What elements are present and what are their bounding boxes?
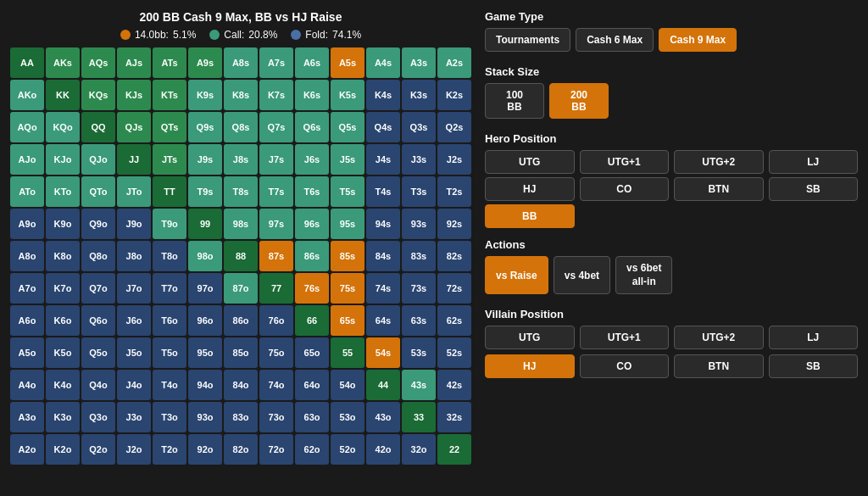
hand-cell[interactable]: 52s: [437, 337, 471, 368]
hand-cell[interactable]: 32s: [437, 402, 471, 432]
hand-cell[interactable]: K9s: [188, 80, 222, 110]
hand-cell[interactable]: KTo: [46, 176, 80, 207]
hand-cell[interactable]: Q3o: [81, 402, 115, 432]
hand-cell[interactable]: J2o: [117, 434, 151, 465]
hand-cell[interactable]: 72s: [437, 273, 471, 304]
hand-cell[interactable]: K3o: [46, 402, 80, 432]
hand-cell[interactable]: A3s: [402, 47, 436, 78]
hand-cell[interactable]: J6o: [117, 305, 151, 336]
hand-cell[interactable]: JTs: [153, 144, 186, 175]
hand-cell[interactable]: 86o: [224, 305, 258, 336]
hand-cell[interactable]: T9s: [188, 176, 222, 207]
hand-cell[interactable]: T4s: [366, 176, 400, 207]
btn-vs-4bet[interactable]: vs 4bet: [554, 256, 610, 294]
hand-cell[interactable]: J8o: [117, 241, 151, 271]
btn-cash9max[interactable]: Cash 9 Max: [659, 28, 737, 52]
hand-cell[interactable]: J2s: [437, 144, 471, 175]
hand-cell[interactable]: T3o: [153, 402, 186, 432]
hand-cell[interactable]: A9o: [10, 209, 44, 239]
hand-cell[interactable]: 44: [366, 370, 400, 400]
hand-cell[interactable]: 75s: [331, 273, 364, 304]
hand-cell[interactable]: A7s: [259, 47, 293, 78]
hand-cell[interactable]: Q5s: [331, 112, 364, 142]
hand-cell[interactable]: A2o: [10, 434, 44, 465]
hand-cell[interactable]: T7o: [153, 273, 186, 304]
hand-cell[interactable]: 32o: [402, 434, 436, 465]
hand-cell[interactable]: QQ: [81, 112, 115, 142]
hand-cell[interactable]: T8o: [153, 241, 186, 271]
hand-cell[interactable]: 96o: [188, 305, 222, 336]
btn-hero-btn[interactable]: BTN: [674, 177, 764, 201]
hand-cell[interactable]: AKo: [10, 80, 44, 110]
hand-cell[interactable]: 76o: [259, 305, 293, 336]
hand-cell[interactable]: T8s: [224, 176, 258, 207]
hand-cell[interactable]: KJs: [117, 80, 151, 110]
btn-villain-hj[interactable]: HJ: [485, 354, 575, 378]
hand-cell[interactable]: A9s: [188, 47, 222, 78]
hand-cell[interactable]: 99: [188, 209, 222, 239]
hand-cell[interactable]: 43o: [366, 402, 400, 432]
hand-cell[interactable]: KJo: [46, 144, 80, 175]
hand-cell[interactable]: 98s: [224, 209, 258, 239]
hand-cell[interactable]: 54o: [331, 370, 364, 400]
hand-cell[interactable]: Q7o: [81, 273, 115, 304]
hand-cell[interactable]: Q6o: [81, 305, 115, 336]
hand-cell[interactable]: 42s: [437, 370, 471, 400]
hand-cell[interactable]: JJ: [117, 144, 151, 175]
hand-cell[interactable]: Q9s: [188, 112, 222, 142]
hand-cell[interactable]: 86s: [295, 241, 329, 271]
hand-cell[interactable]: ATo: [10, 176, 44, 207]
hand-cell[interactable]: 97o: [188, 273, 222, 304]
hand-cell[interactable]: AJs: [117, 47, 151, 78]
hand-cell[interactable]: J4s: [366, 144, 400, 175]
hand-cell[interactable]: 73o: [259, 402, 293, 432]
hand-cell[interactable]: Q2o: [81, 434, 115, 465]
hand-cell[interactable]: 96s: [295, 209, 329, 239]
hand-cell[interactable]: A3o: [10, 402, 44, 432]
hand-cell[interactable]: 66: [295, 305, 329, 336]
hand-cell[interactable]: QTs: [153, 112, 186, 142]
hand-cell[interactable]: 88: [224, 241, 258, 271]
btn-cash6max[interactable]: Cash 6 Max: [576, 28, 654, 52]
btn-tournaments[interactable]: Tournaments: [485, 28, 570, 52]
hand-cell[interactable]: A7o: [10, 273, 44, 304]
hand-cell[interactable]: T2s: [437, 176, 471, 207]
hand-cell[interactable]: 93o: [188, 402, 222, 432]
hand-cell[interactable]: K8o: [46, 241, 80, 271]
hand-cell[interactable]: 94s: [366, 209, 400, 239]
hand-cell[interactable]: A4s: [366, 47, 400, 78]
btn-hero-utg[interactable]: UTG: [485, 150, 575, 174]
hand-cell[interactable]: 87s: [259, 241, 293, 271]
hand-cell[interactable]: JTo: [117, 176, 151, 207]
hand-cell[interactable]: AA: [10, 47, 44, 78]
btn-hero-co[interactable]: CO: [580, 177, 670, 201]
btn-hero-utg2[interactable]: UTG+2: [674, 150, 764, 174]
hand-cell[interactable]: T7s: [259, 176, 293, 207]
btn-vs-6bet[interactable]: vs 6betall-in: [615, 256, 672, 294]
hand-cell[interactable]: 52o: [331, 434, 364, 465]
hand-cell[interactable]: 98o: [188, 241, 222, 271]
hand-cell[interactable]: 95o: [188, 337, 222, 368]
hand-cell[interactable]: Q7s: [259, 112, 293, 142]
btn-hero-hj[interactable]: HJ: [485, 177, 575, 201]
hand-cell[interactable]: Q2s: [437, 112, 471, 142]
hand-cell[interactable]: 62s: [437, 305, 471, 336]
hand-cell[interactable]: KTs: [153, 80, 186, 110]
hand-cell[interactable]: J6s: [295, 144, 329, 175]
hand-cell[interactable]: 64o: [295, 370, 329, 400]
hand-cell[interactable]: KK: [46, 80, 80, 110]
hand-cell[interactable]: QJo: [81, 144, 115, 175]
hand-cell[interactable]: K7s: [259, 80, 293, 110]
hand-cell[interactable]: 83s: [402, 241, 436, 271]
hand-cell[interactable]: 75o: [259, 337, 293, 368]
btn-villain-utg[interactable]: UTG: [485, 326, 575, 349]
hand-cell[interactable]: 65s: [331, 305, 364, 336]
hand-cell[interactable]: 74o: [259, 370, 293, 400]
hand-cell[interactable]: T2o: [153, 434, 186, 465]
hand-cell[interactable]: 54s: [366, 337, 400, 368]
btn-hero-bb[interactable]: BB: [485, 204, 575, 228]
hand-cell[interactable]: 73s: [402, 273, 436, 304]
hand-cell[interactable]: A8s: [224, 47, 258, 78]
hand-cell[interactable]: 72o: [259, 434, 293, 465]
hand-cell[interactable]: K4s: [366, 80, 400, 110]
